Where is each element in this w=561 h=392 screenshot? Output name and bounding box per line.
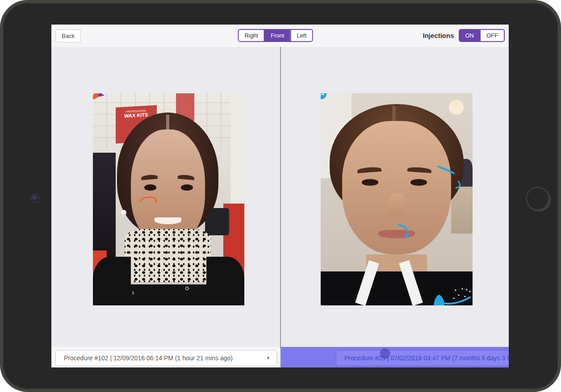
injections-control: Injections ON OFF bbox=[423, 29, 505, 42]
procedure-select-after-value: Procedure #25 | 07/02/2016 03:47 PM (7 m… bbox=[344, 354, 509, 362]
procedure-select-after[interactable]: Procedure #25 | 07/02/2016 03:47 PM (7 m… bbox=[336, 350, 509, 366]
injections-toggle: ON OFF bbox=[459, 29, 505, 42]
page: Back Right Front Left Injections ON OFF bbox=[0, 0, 561, 392]
chevron-down-icon: ▼ bbox=[266, 356, 270, 360]
injection-overlay-before bbox=[93, 93, 244, 305]
injection-line bbox=[140, 197, 156, 202]
speckle bbox=[464, 296, 465, 297]
procedure-bar-before: Procedure #102 | 12/09/2016 06:14 PM (1 … bbox=[51, 347, 280, 367]
home-button[interactable] bbox=[526, 187, 550, 211]
tab-left[interactable]: Left bbox=[290, 30, 312, 41]
injections-off-button[interactable]: OFF bbox=[480, 30, 504, 41]
speckle bbox=[458, 294, 459, 296]
procedure-select-before-value: Procedure #102 | 12/09/2016 06:14 PM (1 … bbox=[64, 354, 263, 362]
speckle bbox=[453, 297, 454, 299]
procedure-select-before[interactable]: Procedure #102 | 12/09/2016 06:14 PM (1 … bbox=[55, 350, 277, 366]
speckle bbox=[466, 289, 467, 290]
speckle bbox=[461, 288, 463, 289]
speckle bbox=[455, 289, 456, 291]
patient-photo-after: RA bbox=[321, 93, 473, 305]
back-button[interactable]: Back bbox=[55, 29, 81, 42]
brow-injection-line bbox=[438, 167, 454, 173]
before-panel: PROFESSIONAL WAX KITS bbox=[51, 47, 280, 347]
after-panel: RA bbox=[281, 47, 509, 347]
toolbar: Back Right Front Left Injections ON OFF bbox=[51, 25, 509, 47]
procedure-bar-after: Procedure #25 | 07/02/2016 03:47 PM (7 m… bbox=[280, 347, 509, 367]
tab-front[interactable]: Front bbox=[264, 30, 290, 41]
view-toggle: Right Front Left bbox=[238, 29, 313, 42]
chin-injection-blob bbox=[434, 295, 444, 305]
white-speckles bbox=[453, 288, 470, 299]
patient-photo-before: PROFESSIONAL WAX KITS bbox=[93, 93, 244, 305]
touch-indicator bbox=[380, 349, 390, 359]
camera-lens bbox=[32, 195, 38, 201]
front-camera-icon bbox=[30, 193, 40, 203]
mouth-injection-curve bbox=[399, 225, 408, 238]
speckle bbox=[469, 291, 470, 292]
tab-right[interactable]: Right bbox=[239, 30, 264, 41]
injections-on-button[interactable]: ON bbox=[460, 30, 480, 41]
cheek-injection-arc bbox=[456, 181, 460, 188]
injections-label: Injections bbox=[423, 32, 454, 39]
app-screen: Back Right Front Left Injections ON OFF bbox=[51, 25, 509, 367]
injection-overlay-after bbox=[321, 93, 473, 305]
